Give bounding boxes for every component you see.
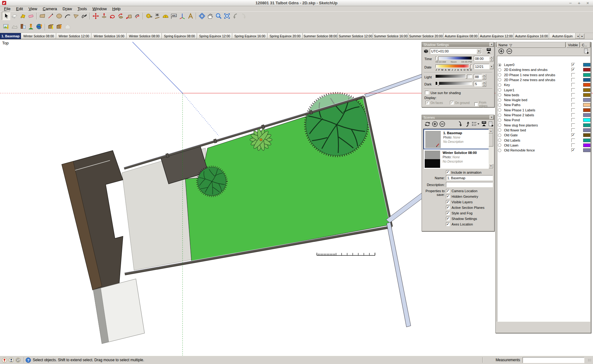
- axes-location-checkbox[interactable]: ✓: [446, 222, 450, 226]
- look-around-icon[interactable]: [15, 358, 21, 363]
- dark-slider[interactable]: [435, 82, 472, 85]
- active-section-planes-checkbox[interactable]: ✓: [446, 206, 450, 209]
- layer-active-radio[interactable]: [498, 63, 501, 67]
- orbit-tool-button[interactable]: [198, 12, 206, 20]
- menu-tools[interactable]: Tools: [75, 6, 90, 11]
- resize-grip[interactable]: [588, 359, 591, 361]
- layer-active-radio[interactable]: [498, 139, 501, 142]
- line-tool-button[interactable]: [47, 12, 55, 20]
- scene-tab-summer-solstice-16-00[interactable]: Summer Solstice 16:00: [373, 33, 408, 39]
- layer-row[interactable]: New Pond: [498, 118, 589, 122]
- layer-row[interactable]: Layer1: [498, 88, 589, 93]
- google-earth-tool-button[interactable]: [35, 22, 44, 31]
- layer-active-radio[interactable]: [498, 83, 501, 87]
- scenes-titlebar[interactable]: Scenes ✕: [422, 115, 494, 120]
- layers-menu-icon[interactable]: [583, 48, 590, 54]
- paint-bucket-tool-button[interactable]: [19, 12, 27, 20]
- scene-tab-1-basemap[interactable]: 1. Basemap: [0, 33, 21, 39]
- layer-row[interactable]: New Phase 2 labels: [498, 113, 589, 118]
- scale-tool-button[interactable]: [125, 12, 133, 20]
- scene-tab-winter-solstice-08-00[interactable]: Winter Solstice 08:00: [21, 33, 56, 39]
- offset-tool-button[interactable]: [133, 12, 141, 20]
- toggle-terrain-tool-button[interactable]: [10, 22, 19, 31]
- layer-row[interactable]: New Hugle bed: [498, 97, 589, 102]
- on-ground-checkbox[interactable]: ✓: [450, 101, 454, 105]
- layer-color-swatch[interactable]: [583, 68, 591, 72]
- layer-row[interactable]: Key: [498, 82, 589, 87]
- from-edges-checkbox[interactable]: [474, 102, 478, 106]
- 3d-text-tool-button[interactable]: [186, 12, 195, 20]
- layer-color-swatch[interactable]: [583, 78, 591, 82]
- measurements-input[interactable]: [523, 357, 584, 363]
- layer-color-swatch[interactable]: [583, 98, 591, 102]
- layer-visible-checkbox[interactable]: [571, 103, 575, 107]
- push-pull-tool-button[interactable]: [100, 12, 108, 20]
- layer-color-swatch[interactable]: [583, 128, 591, 132]
- menu-window[interactable]: Window: [90, 6, 109, 11]
- shadow-settings-checkbox[interactable]: ✓: [446, 217, 450, 221]
- model-viewport[interactable]: Top: [0, 39, 593, 356]
- layer-visible-checkbox[interactable]: ✓: [571, 63, 575, 67]
- eraser-tool-button[interactable]: [27, 12, 35, 20]
- layer-active-radio[interactable]: [498, 134, 501, 137]
- get-models-tool-button[interactable]: [47, 22, 55, 31]
- layer-color-swatch[interactable]: [583, 139, 591, 142]
- layer-color-swatch[interactable]: [583, 83, 591, 87]
- layer-active-radio[interactable]: [498, 143, 501, 147]
- include-animation-checkbox[interactable]: ✓: [446, 170, 450, 174]
- layer-visible-checkbox[interactable]: [571, 123, 575, 127]
- layer-active-radio[interactable]: [498, 98, 501, 102]
- layer-visible-checkbox[interactable]: [571, 73, 575, 77]
- on-faces-checkbox[interactable]: ✓: [426, 101, 429, 105]
- update-scene-icon[interactable]: [424, 121, 431, 127]
- time-slider-handle[interactable]: [437, 56, 439, 60]
- layer-row[interactable]: New Phase 1 Labels: [498, 108, 589, 113]
- scene-list-scrollbar[interactable]: ▲ ▼: [489, 129, 493, 168]
- dark-spinner[interactable]: ▲▼: [482, 81, 486, 86]
- scene-tab-summer-solstice-20-00[interactable]: Summer Solstice 20:00: [408, 33, 444, 39]
- toggle-shadows-icon[interactable]: [423, 48, 429, 54]
- close-button[interactable]: ×: [585, 0, 591, 6]
- layer-color-swatch[interactable]: [583, 88, 591, 92]
- layer-color-swatch[interactable]: [583, 93, 591, 97]
- time-spinner[interactable]: ▲▼: [490, 56, 494, 61]
- name-column-header[interactable]: Name ▽: [497, 42, 566, 48]
- layer-visible-checkbox[interactable]: [571, 93, 575, 97]
- layer-visible-checkbox[interactable]: [571, 113, 575, 117]
- upload-model-tool-button[interactable]: [55, 22, 63, 31]
- minimize-button[interactable]: −: [568, 0, 573, 6]
- geolocation-icon[interactable]: [2, 358, 7, 363]
- shadow-settings-titlebar[interactable]: Shadow Settings ✕: [422, 42, 494, 47]
- layer-visible-checkbox[interactable]: ✓: [571, 68, 575, 72]
- layer-active-radio[interactable]: [498, 114, 501, 117]
- previous-tool-button[interactable]: [231, 12, 239, 20]
- camera-location-checkbox[interactable]: ✓: [446, 189, 450, 193]
- layer-color-swatch[interactable]: [583, 73, 591, 77]
- photo-textures-tool-button[interactable]: [19, 22, 27, 31]
- share-component-tool-button[interactable]: [63, 22, 72, 31]
- circle-tool-button[interactable]: [55, 12, 63, 20]
- layer-row[interactable]: 2D Phase 2 new trees and shrubs: [498, 77, 589, 82]
- dimension-tool-button[interactable]: [153, 12, 161, 20]
- scroll-up-icon[interactable]: ▲: [489, 129, 493, 134]
- scene-tab-autumn-equin[interactable]: Autumn Equin: [549, 33, 576, 39]
- freehand-tool-button[interactable]: [80, 12, 88, 20]
- scene-tab-spring-equinox-16-00[interactable]: Spring Equinox 16:00: [232, 33, 267, 39]
- scene-tab-winter-solstice-16-00[interactable]: Winter Solstice 16:00: [91, 33, 127, 39]
- add-layer-icon[interactable]: [498, 48, 504, 54]
- layer-active-radio[interactable]: [498, 128, 501, 132]
- layer-visible-checkbox[interactable]: ✓: [571, 148, 575, 152]
- tape-measure-tool-button[interactable]: [145, 12, 153, 20]
- scrollbar-thumb[interactable]: [489, 134, 493, 147]
- scene-item[interactable]: 1. BasemapPhoto: NoneNo Description: [423, 129, 493, 149]
- move-tool-button[interactable]: [91, 12, 100, 20]
- visible-layers-checkbox[interactable]: ✓: [446, 200, 450, 204]
- layer-color-swatch[interactable]: [583, 143, 591, 147]
- arc-tool-button[interactable]: [63, 12, 72, 20]
- menu-file[interactable]: File: [1, 6, 13, 11]
- use-sun-checkbox[interactable]: [425, 91, 429, 94]
- help-icon[interactable]: ?: [26, 358, 31, 363]
- layer-visible-checkbox[interactable]: [571, 88, 575, 92]
- follow-me-tool-button[interactable]: [116, 12, 125, 20]
- text-tool-button[interactable]: ABC: [170, 12, 178, 20]
